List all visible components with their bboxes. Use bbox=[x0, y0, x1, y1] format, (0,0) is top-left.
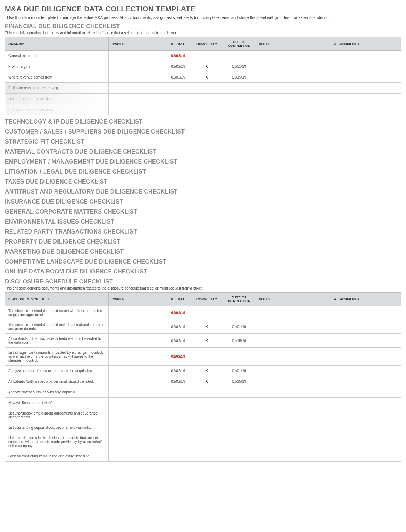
cell-due_date[interactable] bbox=[165, 83, 191, 94]
cell-completion_date[interactable]: 01/15/19 bbox=[222, 72, 256, 83]
cell-due_date[interactable] bbox=[165, 94, 191, 104]
cell-owner[interactable] bbox=[109, 348, 165, 366]
cell-complete[interactable]: X bbox=[191, 334, 222, 348]
cell-notes[interactable] bbox=[256, 408, 331, 422]
cell-due_date[interactable] bbox=[165, 422, 191, 433]
cell-attachments[interactable] bbox=[331, 422, 401, 433]
cell-owner[interactable] bbox=[109, 398, 165, 408]
cell-due_date[interactable]: 02/02/19 bbox=[165, 366, 191, 376]
cell-completion_date[interactable] bbox=[222, 51, 256, 61]
cell-completion_date[interactable] bbox=[222, 422, 256, 433]
cell-completion_date[interactable]: 01/01/19 bbox=[222, 61, 256, 72]
cell-completion_date[interactable] bbox=[222, 398, 256, 408]
cell-owner[interactable] bbox=[109, 334, 165, 348]
cell-complete[interactable]: X bbox=[191, 72, 222, 83]
cell-complete[interactable] bbox=[191, 451, 222, 462]
cell-completion_date[interactable] bbox=[222, 94, 256, 104]
cell-owner[interactable] bbox=[109, 51, 165, 61]
cell-completion_date[interactable]: 01/15/19 bbox=[222, 334, 256, 348]
cell-completion_date[interactable] bbox=[222, 104, 256, 115]
cell-due_date[interactable] bbox=[165, 398, 191, 408]
cell-attachments[interactable] bbox=[331, 334, 401, 348]
cell-item[interactable]: Look for conflicting items in the disclo… bbox=[5, 451, 109, 462]
cell-owner[interactable] bbox=[109, 306, 165, 320]
cell-complete[interactable] bbox=[191, 306, 222, 320]
cell-notes[interactable] bbox=[256, 387, 331, 398]
cell-attachments[interactable] bbox=[331, 83, 401, 94]
cell-item[interactable]: List material items in the disclosure sc… bbox=[5, 433, 109, 451]
cell-complete[interactable]: X bbox=[191, 366, 222, 376]
cell-notes[interactable] bbox=[256, 61, 331, 72]
cell-completion_date[interactable] bbox=[222, 451, 256, 462]
cell-notes[interactable] bbox=[256, 376, 331, 387]
cell-notes[interactable] bbox=[256, 320, 331, 334]
cell-attachments[interactable] bbox=[331, 408, 401, 422]
cell-owner[interactable] bbox=[109, 366, 165, 376]
cell-item[interactable]: List all significant contracts impacted … bbox=[5, 348, 109, 366]
cell-attachments[interactable] bbox=[331, 94, 401, 104]
cell-item[interactable]: List of creditors and debtors bbox=[5, 94, 109, 104]
cell-due_date[interactable]: 02/02/19 bbox=[165, 334, 191, 348]
cell-due_date[interactable] bbox=[165, 433, 191, 451]
cell-item[interactable]: Analyze potential issues with any litiga… bbox=[5, 387, 109, 398]
cell-item[interactable]: How will liens be dealt with? bbox=[5, 398, 109, 408]
cell-owner[interactable] bbox=[109, 451, 165, 462]
cell-notes[interactable] bbox=[256, 94, 331, 104]
cell-completion_date[interactable]: 01/15/19 bbox=[222, 376, 256, 387]
cell-attachments[interactable] bbox=[331, 51, 401, 61]
cell-complete[interactable] bbox=[191, 408, 222, 422]
cell-attachments[interactable] bbox=[331, 104, 401, 115]
cell-due_date[interactable]: 02/02/19 bbox=[165, 61, 191, 72]
cell-notes[interactable] bbox=[256, 306, 331, 320]
cell-item[interactable]: Analyze contracts for issues based on th… bbox=[5, 366, 109, 376]
cell-owner[interactable] bbox=[109, 94, 165, 104]
cell-attachments[interactable] bbox=[331, 306, 401, 320]
cell-complete[interactable] bbox=[191, 94, 222, 104]
cell-complete[interactable] bbox=[191, 83, 222, 94]
cell-complete[interactable] bbox=[191, 398, 222, 408]
cell-owner[interactable] bbox=[109, 104, 165, 115]
cell-owner[interactable] bbox=[109, 83, 165, 94]
cell-item[interactable]: The disclosure schedule should match wha… bbox=[5, 306, 109, 320]
cell-due_date[interactable]: 02/02/19 bbox=[165, 51, 191, 61]
cell-complete[interactable]: X bbox=[191, 61, 222, 72]
cell-notes[interactable] bbox=[256, 433, 331, 451]
cell-attachments[interactable] bbox=[331, 366, 401, 376]
cell-owner[interactable] bbox=[109, 408, 165, 422]
cell-owner[interactable] bbox=[109, 72, 165, 83]
cell-complete[interactable] bbox=[191, 422, 222, 433]
cell-complete[interactable] bbox=[191, 51, 222, 61]
cell-owner[interactable] bbox=[109, 433, 165, 451]
cell-attachments[interactable] bbox=[331, 398, 401, 408]
cell-completion_date[interactable] bbox=[222, 306, 256, 320]
cell-attachments[interactable] bbox=[331, 387, 401, 398]
cell-complete[interactable]: X bbox=[191, 320, 222, 334]
cell-notes[interactable] bbox=[256, 334, 331, 348]
cell-owner[interactable] bbox=[109, 320, 165, 334]
cell-due_date[interactable]: 02/02/19 bbox=[165, 72, 191, 83]
cell-attachments[interactable] bbox=[331, 451, 401, 462]
cell-complete[interactable] bbox=[191, 387, 222, 398]
cell-complete[interactable] bbox=[191, 348, 222, 366]
cell-owner[interactable] bbox=[109, 422, 165, 433]
cell-attachments[interactable] bbox=[331, 72, 401, 83]
cell-completion_date[interactable] bbox=[222, 348, 256, 366]
cell-item[interactable]: All patents (both issued and pending) sh… bbox=[5, 376, 109, 387]
cell-notes[interactable] bbox=[256, 451, 331, 462]
cell-completion_date[interactable] bbox=[222, 83, 256, 94]
cell-notes[interactable] bbox=[256, 348, 331, 366]
cell-item[interactable]: List unorthodox employment agreements an… bbox=[5, 408, 109, 422]
cell-attachments[interactable] bbox=[331, 320, 401, 334]
cell-completion_date[interactable] bbox=[222, 387, 256, 398]
cell-due_date[interactable]: 02/02/19 bbox=[165, 376, 191, 387]
cell-item[interactable]: The disclosure schedule should include a… bbox=[5, 320, 109, 334]
cell-completion_date[interactable] bbox=[222, 408, 256, 422]
cell-notes[interactable] bbox=[256, 104, 331, 115]
cell-complete[interactable] bbox=[191, 433, 222, 451]
cell-completion_date[interactable] bbox=[222, 433, 256, 451]
cell-item[interactable]: Profits increasing or decreasing bbox=[5, 83, 109, 94]
cell-owner[interactable] bbox=[109, 387, 165, 398]
cell-item[interactable]: Analysis of debtors/creditors bbox=[5, 104, 109, 115]
cell-item[interactable]: Profit margins bbox=[5, 61, 109, 72]
cell-notes[interactable] bbox=[256, 83, 331, 94]
